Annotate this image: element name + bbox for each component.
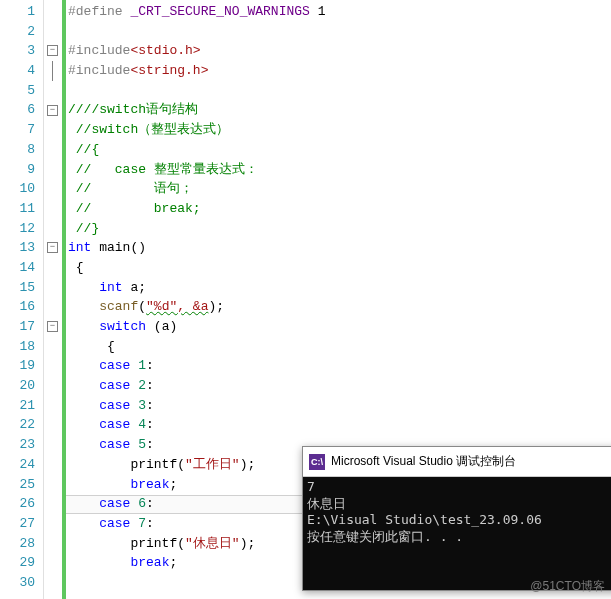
fold-toggle-icon[interactable]: −: [47, 321, 58, 332]
code-line[interactable]: switch (a): [68, 317, 611, 337]
line-number: 24: [0, 455, 35, 475]
line-number: 1: [0, 2, 35, 22]
line-number: 25: [0, 475, 35, 495]
code-line[interactable]: {: [68, 258, 611, 278]
code-line[interactable]: break;: [68, 475, 611, 495]
line-number: 11: [0, 199, 35, 219]
line-number: 15: [0, 278, 35, 298]
code-line[interactable]: int a;: [68, 278, 611, 298]
code-line[interactable]: break;: [68, 553, 611, 573]
line-number: 28: [0, 534, 35, 554]
fold-toggle-icon[interactable]: −: [47, 105, 58, 116]
fold-column[interactable]: −−−−: [44, 0, 62, 599]
code-line[interactable]: [68, 22, 611, 42]
line-number: 18: [0, 337, 35, 357]
line-number: 3: [0, 41, 35, 61]
line-number: 7: [0, 120, 35, 140]
code-line[interactable]: #include<string.h>: [68, 61, 611, 81]
code-line[interactable]: scanf("%d", &a);: [68, 297, 611, 317]
code-line[interactable]: [68, 81, 611, 101]
line-number: 5: [0, 81, 35, 101]
code-line[interactable]: case 3:: [68, 396, 611, 416]
fold-guide-line: [52, 61, 53, 81]
code-line[interactable]: printf("工作日");: [68, 455, 611, 475]
code-line[interactable]: {: [68, 337, 611, 357]
line-number: 10: [0, 179, 35, 199]
code-line[interactable]: //switch（整型表达式）: [68, 120, 611, 140]
line-number: 17: [0, 317, 35, 337]
line-number: 26: [0, 494, 35, 514]
line-number: 22: [0, 415, 35, 435]
line-number: 2: [0, 22, 35, 42]
code-line[interactable]: case 6:: [68, 494, 611, 514]
code-line[interactable]: // case 整型常量表达式：: [68, 160, 611, 180]
line-number: 8: [0, 140, 35, 160]
code-line[interactable]: int main(): [68, 238, 611, 258]
code-line[interactable]: case 5:: [68, 435, 611, 455]
fold-toggle-icon[interactable]: −: [47, 45, 58, 56]
line-number: 13: [0, 238, 35, 258]
code-line[interactable]: case 2:: [68, 376, 611, 396]
code-line[interactable]: [68, 573, 611, 593]
line-number: 29: [0, 553, 35, 573]
line-number: 23: [0, 435, 35, 455]
fold-toggle-icon[interactable]: −: [47, 242, 58, 253]
code-line[interactable]: ////switch语句结构: [68, 100, 611, 120]
code-line[interactable]: //{: [68, 140, 611, 160]
line-number: 21: [0, 396, 35, 416]
line-number: 30: [0, 573, 35, 593]
code-area[interactable]: #define _CRT_SECURE_NO_WARNINGS 1#includ…: [66, 0, 611, 599]
code-line[interactable]: // 语句；: [68, 179, 611, 199]
line-number: 4: [0, 61, 35, 81]
line-number: 16: [0, 297, 35, 317]
line-number: 14: [0, 258, 35, 278]
code-line[interactable]: #define _CRT_SECURE_NO_WARNINGS 1: [68, 2, 611, 22]
code-line[interactable]: case 7:: [68, 514, 611, 534]
line-number: 6: [0, 100, 35, 120]
line-number-gutter: 1234567891011121314151617181920212223242…: [0, 0, 44, 599]
code-line[interactable]: case 1:: [68, 356, 611, 376]
line-number: 27: [0, 514, 35, 534]
line-number: 19: [0, 356, 35, 376]
code-line[interactable]: //}: [68, 219, 611, 239]
line-number: 12: [0, 219, 35, 239]
code-editor[interactable]: 1234567891011121314151617181920212223242…: [0, 0, 611, 599]
code-line[interactable]: // break;: [68, 199, 611, 219]
code-line[interactable]: #include<stdio.h>: [68, 41, 611, 61]
line-number: 20: [0, 376, 35, 396]
line-number: 9: [0, 160, 35, 180]
code-line[interactable]: case 4:: [68, 415, 611, 435]
code-line[interactable]: printf("休息日");: [68, 534, 611, 554]
